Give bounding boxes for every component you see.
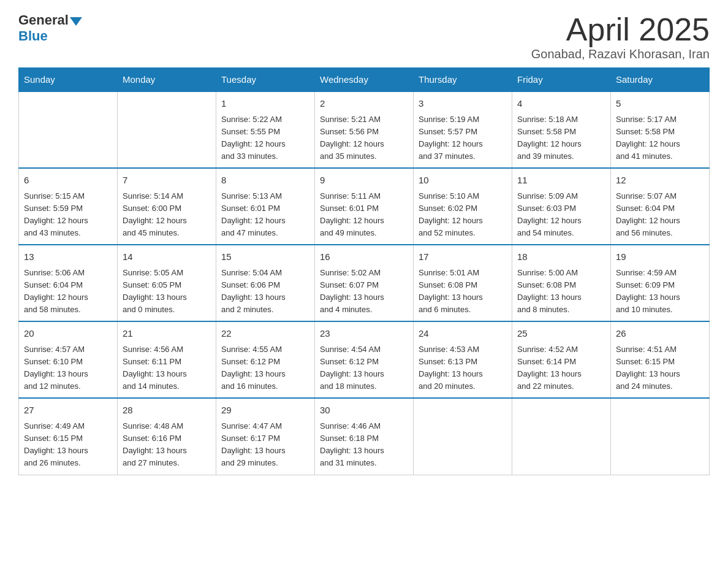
day-number: 19 — [616, 250, 704, 264]
day-number: 8 — [221, 174, 309, 188]
calendar-cell: 12Sunrise: 5:07 AMSunset: 6:04 PMDayligh… — [611, 168, 710, 245]
day-number: 26 — [616, 327, 704, 341]
calendar-cell: 1Sunrise: 5:22 AMSunset: 5:55 PMDaylight… — [216, 91, 315, 168]
day-number: 28 — [123, 404, 211, 418]
calendar-cell: 17Sunrise: 5:01 AMSunset: 6:08 PMDayligh… — [414, 245, 512, 321]
day-info: Sunrise: 5:09 AMSunset: 6:03 PMDaylight:… — [517, 190, 605, 240]
calendar-cell — [414, 398, 512, 475]
logo-general-text: General — [18, 12, 69, 28]
day-number: 11 — [517, 174, 605, 188]
day-info: Sunrise: 4:53 AMSunset: 6:13 PMDaylight:… — [419, 343, 507, 393]
day-info: Sunrise: 5:02 AMSunset: 6:07 PMDaylight:… — [320, 267, 408, 316]
calendar-cell: 22Sunrise: 4:55 AMSunset: 6:12 PMDayligh… — [216, 321, 315, 398]
calendar-cell: 19Sunrise: 4:59 AMSunset: 6:09 PMDayligh… — [611, 245, 710, 321]
calendar-cell: 8Sunrise: 5:13 AMSunset: 6:01 PMDaylight… — [216, 168, 315, 245]
calendar-cell — [19, 91, 118, 168]
day-number: 18 — [517, 250, 605, 264]
day-number: 13 — [24, 250, 112, 264]
day-info: Sunrise: 4:54 AMSunset: 6:12 PMDaylight:… — [320, 343, 408, 393]
day-number: 29 — [221, 404, 309, 418]
calendar-cell: 23Sunrise: 4:54 AMSunset: 6:12 PMDayligh… — [315, 321, 414, 398]
calendar-cell — [611, 398, 710, 475]
day-number: 27 — [24, 404, 112, 418]
day-number: 6 — [24, 174, 112, 188]
day-number: 15 — [221, 250, 309, 264]
day-info: Sunrise: 4:51 AMSunset: 6:15 PMDaylight:… — [616, 343, 704, 393]
calendar-cell: 3Sunrise: 5:19 AMSunset: 5:57 PMDaylight… — [414, 91, 512, 168]
day-info: Sunrise: 5:19 AMSunset: 5:57 PMDaylight:… — [419, 113, 507, 163]
day-info: Sunrise: 4:55 AMSunset: 6:12 PMDaylight:… — [221, 343, 309, 393]
day-info: Sunrise: 5:15 AMSunset: 5:59 PMDaylight:… — [24, 190, 112, 240]
day-number: 12 — [616, 174, 704, 188]
day-info: Sunrise: 5:05 AMSunset: 6:05 PMDaylight:… — [123, 267, 211, 316]
day-number: 4 — [517, 97, 605, 111]
calendar-cell: 14Sunrise: 5:05 AMSunset: 6:05 PMDayligh… — [118, 245, 216, 321]
calendar-header-wednesday: Wednesday — [315, 68, 414, 92]
day-info: Sunrise: 5:13 AMSunset: 6:01 PMDaylight:… — [221, 190, 309, 240]
calendar-cell: 16Sunrise: 5:02 AMSunset: 6:07 PMDayligh… — [315, 245, 414, 321]
day-info: Sunrise: 5:18 AMSunset: 5:58 PMDaylight:… — [517, 113, 605, 163]
calendar-cell: 27Sunrise: 4:49 AMSunset: 6:15 PMDayligh… — [19, 398, 118, 475]
day-info: Sunrise: 5:04 AMSunset: 6:06 PMDaylight:… — [221, 267, 309, 316]
day-info: Sunrise: 5:07 AMSunset: 6:04 PMDaylight:… — [616, 190, 704, 240]
day-number: 21 — [123, 327, 211, 341]
title-section: April 2025 Gonabad, Razavi Khorasan, Ira… — [531, 12, 710, 61]
day-number: 16 — [320, 250, 408, 264]
day-number: 17 — [419, 250, 507, 264]
day-info: Sunrise: 5:21 AMSunset: 5:56 PMDaylight:… — [320, 113, 408, 163]
day-info: Sunrise: 4:57 AMSunset: 6:10 PMDaylight:… — [24, 343, 112, 393]
calendar-cell: 10Sunrise: 5:10 AMSunset: 6:02 PMDayligh… — [414, 168, 512, 245]
month-title: April 2025 — [531, 12, 710, 47]
day-number: 1 — [221, 97, 309, 111]
day-info: Sunrise: 5:10 AMSunset: 6:02 PMDaylight:… — [419, 190, 507, 240]
calendar-cell: 11Sunrise: 5:09 AMSunset: 6:03 PMDayligh… — [512, 168, 611, 245]
day-number: 20 — [24, 327, 112, 341]
calendar-cell: 20Sunrise: 4:57 AMSunset: 6:10 PMDayligh… — [19, 321, 118, 398]
calendar-cell: 21Sunrise: 4:56 AMSunset: 6:11 PMDayligh… — [118, 321, 216, 398]
calendar-cell: 6Sunrise: 5:15 AMSunset: 5:59 PMDaylight… — [19, 168, 118, 245]
day-info: Sunrise: 4:52 AMSunset: 6:14 PMDaylight:… — [517, 343, 605, 393]
day-info: Sunrise: 5:22 AMSunset: 5:55 PMDaylight:… — [221, 113, 309, 163]
day-number: 23 — [320, 327, 408, 341]
day-info: Sunrise: 5:01 AMSunset: 6:08 PMDaylight:… — [419, 267, 507, 316]
day-number: 24 — [419, 327, 507, 341]
day-info: Sunrise: 4:49 AMSunset: 6:15 PMDaylight:… — [24, 420, 112, 470]
day-info: Sunrise: 4:59 AMSunset: 6:09 PMDaylight:… — [616, 267, 704, 316]
day-info: Sunrise: 5:11 AMSunset: 6:01 PMDaylight:… — [320, 190, 408, 240]
day-info: Sunrise: 5:17 AMSunset: 5:58 PMDaylight:… — [616, 113, 704, 163]
day-number: 9 — [320, 174, 408, 188]
calendar-cell: 13Sunrise: 5:06 AMSunset: 6:04 PMDayligh… — [19, 245, 118, 321]
calendar-cell: 24Sunrise: 4:53 AMSunset: 6:13 PMDayligh… — [414, 321, 512, 398]
day-info: Sunrise: 5:00 AMSunset: 6:08 PMDaylight:… — [517, 267, 605, 316]
day-number: 10 — [419, 174, 507, 188]
day-info: Sunrise: 4:56 AMSunset: 6:11 PMDaylight:… — [123, 343, 211, 393]
day-number: 25 — [517, 327, 605, 341]
calendar-cell — [118, 91, 216, 168]
calendar-header-sunday: Sunday — [19, 68, 118, 92]
day-info: Sunrise: 4:48 AMSunset: 6:16 PMDaylight:… — [123, 420, 211, 470]
day-info: Sunrise: 5:14 AMSunset: 6:00 PMDaylight:… — [123, 190, 211, 240]
calendar-cell: 28Sunrise: 4:48 AMSunset: 6:16 PMDayligh… — [118, 398, 216, 475]
calendar-cell: 15Sunrise: 5:04 AMSunset: 6:06 PMDayligh… — [216, 245, 315, 321]
calendar-header-thursday: Thursday — [414, 68, 512, 92]
day-info: Sunrise: 5:06 AMSunset: 6:04 PMDaylight:… — [24, 267, 112, 316]
logo-arrow-icon — [70, 17, 82, 26]
logo: General Blue — [18, 12, 82, 44]
calendar-cell: 26Sunrise: 4:51 AMSunset: 6:15 PMDayligh… — [611, 321, 710, 398]
calendar-cell: 18Sunrise: 5:00 AMSunset: 6:08 PMDayligh… — [512, 245, 611, 321]
calendar-cell: 2Sunrise: 5:21 AMSunset: 5:56 PMDaylight… — [315, 91, 414, 168]
day-number: 7 — [123, 174, 211, 188]
day-number: 22 — [221, 327, 309, 341]
calendar-header-friday: Friday — [512, 68, 611, 92]
calendar-table: SundayMondayTuesdayWednesdayThursdayFrid… — [18, 67, 710, 475]
day-info: Sunrise: 4:46 AMSunset: 6:18 PMDaylight:… — [320, 420, 408, 470]
calendar-header-monday: Monday — [118, 68, 216, 92]
calendar-header-tuesday: Tuesday — [216, 68, 315, 92]
location-subtitle: Gonabad, Razavi Khorasan, Iran — [531, 47, 710, 61]
day-number: 3 — [419, 97, 507, 111]
calendar-cell: 9Sunrise: 5:11 AMSunset: 6:01 PMDaylight… — [315, 168, 414, 245]
calendar-cell: 7Sunrise: 5:14 AMSunset: 6:00 PMDaylight… — [118, 168, 216, 245]
page-header: General Blue April 2025 Gonabad, Razavi … — [18, 12, 710, 61]
day-number: 5 — [616, 97, 704, 111]
day-info: Sunrise: 4:47 AMSunset: 6:17 PMDaylight:… — [221, 420, 309, 470]
